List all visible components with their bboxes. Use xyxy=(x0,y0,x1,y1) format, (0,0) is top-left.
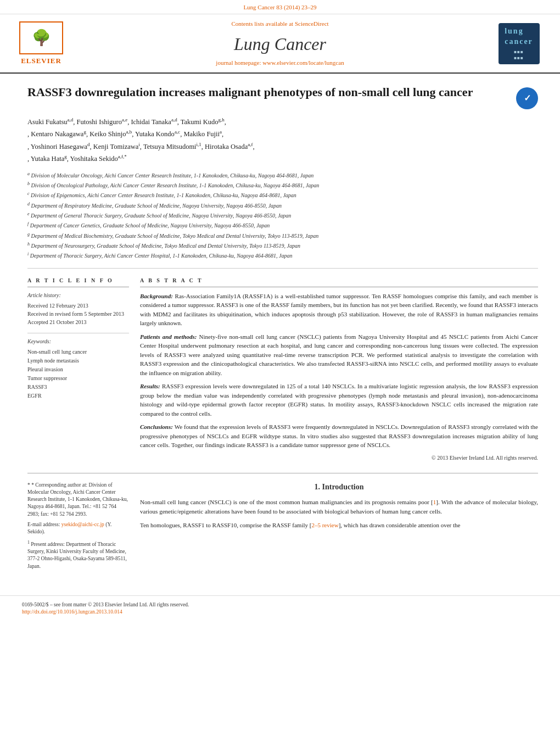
doi-text: http://dx.doi.org/10.1016/j.lungcan.2013… xyxy=(22,609,538,616)
received-date: Received 12 February 2013 xyxy=(27,302,129,310)
abstract-conclusions: Conclusions: We found that the expressio… xyxy=(140,422,538,450)
author-kondo-sup: a,c xyxy=(175,129,180,135)
abstract-results: Results: RASSF3 expression levels were d… xyxy=(140,382,538,418)
abstract-background: Background: Ras-Association Family1A (RA… xyxy=(140,292,538,328)
author-hata: , Yutaka Hata xyxy=(27,155,64,163)
article-title-section: RASSF3 downregulation increases malignan… xyxy=(27,85,538,109)
affiliation-i: i Department of Thoracic Surgery, Aichi … xyxy=(27,251,538,260)
introduction-text-col: 1. Introduction Non-small cell lung canc… xyxy=(140,482,538,573)
author-shinjo-sup: a,b xyxy=(126,129,132,135)
author-comma2: , xyxy=(222,131,223,138)
present-text: Present address: Department of Thoracic … xyxy=(27,542,127,569)
keyword-2: Lymph node metastasis xyxy=(27,356,129,365)
journal-reference-bar: Lung Cancer 83 (2014) 23–29 xyxy=(0,0,560,14)
journal-ref-text: Lung Cancer 83 (2014) 23–29 xyxy=(243,4,316,10)
keyword-4: Tumor suppressor xyxy=(27,374,129,383)
elsevier-logo: 🌳 ELSEVIER xyxy=(16,21,66,66)
journal-title: Lung Cancer xyxy=(66,32,494,57)
copyright-line: © 2013 Elsevier Ireland Ltd. All rights … xyxy=(140,454,538,462)
corresponding-label: * Corresponding author at: xyxy=(31,482,87,488)
keywords-title: Keywords: xyxy=(27,338,129,345)
section-title: Introduction xyxy=(322,483,364,491)
bottom-bar: 0169-5002/$ – see front matter © 2013 El… xyxy=(0,595,560,622)
journal-logo-right: lungcancer ■■■■■■ xyxy=(494,23,544,64)
section-divider xyxy=(27,473,538,473)
elsevier-brand-text: ELSEVIER xyxy=(21,56,61,66)
author-fujii: , Makiko Fujii xyxy=(180,131,220,138)
author-kudo-sup: g,h xyxy=(219,117,225,122)
author-fukatsu: Asuki Fukatsu xyxy=(27,118,68,126)
journal-homepage-line: journal homepage: www.elsevier.com/locat… xyxy=(66,59,494,67)
keyword-6: EGFR xyxy=(27,392,129,400)
author-ishiguro-sup: a,e xyxy=(122,117,127,122)
author-fukatsu-sup: a,d xyxy=(68,117,74,122)
author-sekido: , Yoshitaka Sekido xyxy=(67,155,118,163)
journal-url[interactable]: www.elsevier.com/locate/lungcan xyxy=(262,59,344,66)
affiliation-d: d Department of Respiratory Medicine, Gr… xyxy=(27,201,538,210)
article-info-col: A R T I C L E I N F O Article history: R… xyxy=(27,277,129,462)
article-history-title: Article history: xyxy=(27,292,129,299)
elsevier-tree-icon: 🌳 xyxy=(32,27,51,48)
journal-header: 🌳 ELSEVIER Contents lists available at S… xyxy=(0,14,560,74)
results-text: RASSF3 expression levels were downregula… xyxy=(140,383,538,417)
accepted-date: Accepted 21 October 2013 xyxy=(27,318,129,326)
results-label: Results: xyxy=(140,383,160,389)
sciencedirect-label: Contents lists available at ScienceDirec… xyxy=(66,20,494,28)
author-shinjo: , Keiko Shinjo xyxy=(86,131,126,138)
author-tanaka: , Ichidai Tanaka xyxy=(127,118,171,126)
affiliation-g: g Department of Medical Biochemistry, Gr… xyxy=(27,231,538,240)
patients-text: Ninety-five non-small cell lung cancer (… xyxy=(140,333,538,376)
abstract-patients: Patients and methods: Ninety-five non-sm… xyxy=(140,332,538,378)
footnote-star: * xyxy=(27,482,30,488)
ref-2-5-link[interactable]: 2–5 review xyxy=(311,522,338,528)
author-mitsudomi-sup: i,1 xyxy=(197,142,201,147)
revised-date: Received in revised form 5 September 201… xyxy=(27,310,129,318)
author-sekido-sup: a,f,* xyxy=(118,154,127,159)
author-comma1: , xyxy=(225,118,226,126)
affiliation-c: c Division of Epigenomics, Aichi Cancer … xyxy=(27,191,538,199)
article-title: RASSF3 downregulation increases malignan… xyxy=(27,85,516,101)
author-tomizawa: , Kenji Tomizawa xyxy=(90,143,139,150)
ref-1-link[interactable]: 1 xyxy=(433,499,436,505)
main-content: RASSF3 downregulation increases malignan… xyxy=(0,74,560,584)
background-label: Background: xyxy=(140,293,173,299)
email-link[interactable]: ysekido@aichi-cc.jp xyxy=(61,522,104,527)
footnote-present: 1 Present address: Department of Thoraci… xyxy=(27,539,129,570)
footnote-corresponding: * * Corresponding author at: Division of… xyxy=(27,482,129,518)
footnotes-col: * * Corresponding author at: Division of… xyxy=(27,482,129,573)
doi-link[interactable]: http://dx.doi.org/10.1016/j.lungcan.2013… xyxy=(22,609,122,615)
info-abstract-section: A R T I C L E I N F O Article history: R… xyxy=(27,277,538,462)
affiliation-e: e Department of General Thoracic Surgery… xyxy=(27,211,538,220)
authors-section: Asuki Fukatsua,d, Futoshi Ishiguroa,e, I… xyxy=(27,116,538,165)
section-number: 1. xyxy=(315,483,321,491)
introduction-section: * * Corresponding author at: Division of… xyxy=(27,482,538,573)
conclusions-text: We found that the expression levels of R… xyxy=(140,423,538,448)
keywords-section: Keywords: Non-small cell lung cancer Lym… xyxy=(27,333,129,400)
affiliation-f: f Department of Cancer Genetics, Graduat… xyxy=(27,221,538,230)
author-kondo: , Yutaka Kondo xyxy=(132,131,175,138)
intro-paragraph-1: Non-small cell lung cancer (NSCLC) is on… xyxy=(140,498,538,516)
author-hasegawa: , Yoshinori Hasegawa xyxy=(27,143,87,150)
page: Lung Cancer 83 (2014) 23–29 🌳 ELSEVIER C… xyxy=(0,0,560,742)
author-osada: , Hirotaka Osada xyxy=(201,143,248,150)
background-text: Ras-Association Family1A (RASSF1A) is a … xyxy=(140,293,538,327)
patients-label: Patients and methods: xyxy=(140,333,197,340)
introduction-heading: 1. Introduction xyxy=(140,482,538,493)
intro-paragraph-2: Ten homologues, RASSF1 to RASSF10, compr… xyxy=(140,521,538,530)
keyword-5: RASSF3 xyxy=(27,383,129,392)
keyword-3: Pleural invasion xyxy=(27,365,129,374)
crossmark-badge[interactable]: ✓ xyxy=(516,87,538,109)
footnote-box: * * Corresponding author at: Division of… xyxy=(27,482,129,570)
lung-cancer-logo-text: lungcancer xyxy=(505,26,533,47)
author-ishiguro: , Futoshi Ishiguro xyxy=(73,118,122,126)
author-comma3: , xyxy=(253,143,254,150)
sciencedirect-link-text[interactable]: ScienceDirect xyxy=(295,20,329,27)
affiliation-b: b Division of Oncological Pathology, Aic… xyxy=(27,181,538,189)
author-kudo: , Takumi Kudo xyxy=(177,118,219,126)
keyword-1: Non-small cell lung cancer xyxy=(27,348,129,356)
author-tanaka-sup: a,d xyxy=(171,117,177,122)
journal-center: Contents lists available at ScienceDirec… xyxy=(66,20,494,67)
footnote-email: E-mail address: ysekido@aichi-cc.jp (Y. … xyxy=(27,521,129,536)
author-nakagawa: , Kentaro Nakagawa xyxy=(27,131,83,138)
affiliations-section: a Division of Molecular Oncology, Aichi … xyxy=(27,171,538,269)
